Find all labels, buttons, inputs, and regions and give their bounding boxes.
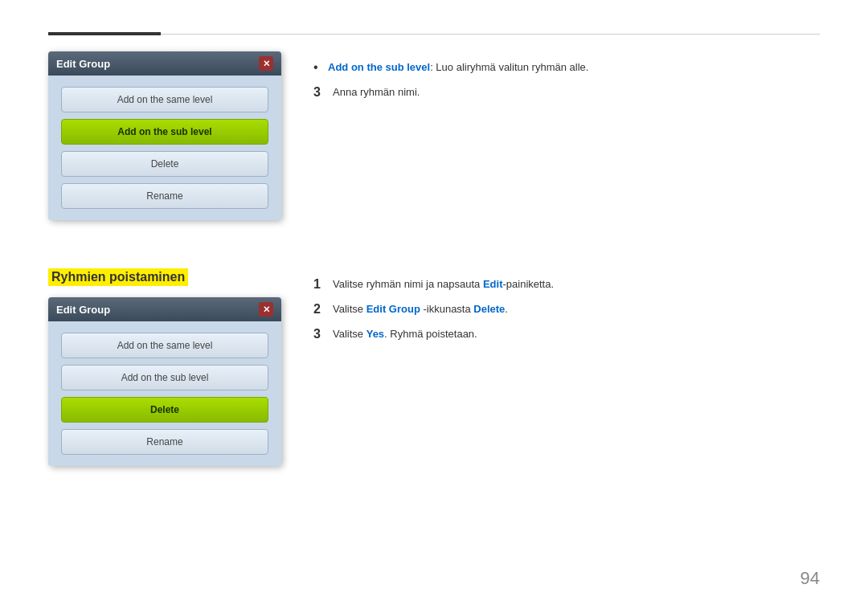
section1-right: • Add on the sub level: Luo aliryhmä val…	[313, 51, 820, 220]
instruction-step-3a: 3 Anna ryhmän nimi.	[313, 84, 820, 101]
dialog-title-2: Edit Group	[56, 304, 110, 316]
instruction-step-1: 1 Valitse ryhmän nimi ja napsauta Edit-p…	[313, 276, 820, 293]
instruction-list-2: 1 Valitse ryhmän nimi ja napsauta Edit-p…	[313, 276, 820, 342]
btn-rename-1[interactable]: Rename	[61, 183, 268, 209]
dialog-close-1[interactable]: ✕	[259, 56, 273, 71]
section-heading-2: Ryhmien poistaminen	[48, 268, 188, 286]
dialog-box-1: Edit Group ✕ Add on the same level Add o…	[48, 51, 281, 220]
step-text-1: Valitse ryhmän nimi ja napsauta Edit-pai…	[333, 276, 554, 292]
section-1: Edit Group ✕ Add on the same level Add o…	[48, 51, 820, 220]
section1-left: Edit Group ✕ Add on the same level Add o…	[48, 51, 281, 220]
dialog-titlebar-2: Edit Group ✕	[48, 297, 281, 321]
link-delete: Delete	[473, 303, 505, 315]
link-edit-group: Edit Group	[366, 303, 420, 315]
step-num-1: 1	[313, 276, 333, 293]
dialog-titlebar-1: Edit Group ✕	[48, 51, 281, 76]
dialog-title-1: Edit Group	[56, 58, 110, 70]
rule-thick	[48, 32, 161, 35]
btn-delete-1[interactable]: Delete	[61, 151, 268, 177]
instruction-list-1: • Add on the sub level: Luo aliryhmä val…	[313, 59, 820, 101]
instruction-bullet-1: • Add on the sub level: Luo aliryhmä val…	[313, 59, 820, 76]
link-edit-1: Edit	[483, 278, 503, 290]
bullet-dot-1: •	[313, 59, 328, 76]
link-yes: Yes	[366, 328, 384, 340]
step-num-3a: 3	[313, 84, 333, 101]
section2-left: Ryhmien poistaminen Edit Group ✕ Add on …	[48, 268, 281, 466]
top-rule	[48, 32, 820, 35]
dialog-box-2: Edit Group ✕ Add on the same level Add o…	[48, 297, 281, 466]
step-text-2: Valitse Edit Group -ikkunasta Delete.	[333, 301, 508, 317]
dialog-body-1: Add on the same level Add on the sub lev…	[48, 76, 281, 220]
rule-thin	[161, 34, 820, 35]
section-2: Ryhmien poistaminen Edit Group ✕ Add on …	[48, 268, 820, 466]
page-number: 94	[800, 568, 820, 589]
instruction-step-3b: 3 Valitse Yes. Ryhmä poistetaan.	[313, 326, 820, 343]
btn-add-sub-level-1[interactable]: Add on the sub level	[61, 119, 268, 145]
btn-delete-2[interactable]: Delete	[61, 397, 268, 423]
btn-add-same-level-2[interactable]: Add on the same level	[61, 333, 268, 358]
section2-right: 1 Valitse ryhmän nimi ja napsauta Edit-p…	[313, 268, 820, 466]
step-num-3b: 3	[313, 326, 333, 343]
bullet-text-1: Add on the sub level: Luo aliryhmä valit…	[328, 59, 588, 76]
link-add-sub: Add on the sub level	[328, 61, 430, 73]
btn-add-sub-level-2[interactable]: Add on the sub level	[61, 365, 268, 390]
instruction-step-2: 2 Valitse Edit Group -ikkunasta Delete.	[313, 301, 820, 318]
step-text-3b: Valitse Yes. Ryhmä poistetaan.	[333, 326, 477, 342]
dialog-close-2[interactable]: ✕	[259, 302, 273, 317]
btn-add-same-level-1[interactable]: Add on the same level	[61, 87, 268, 112]
dialog-body-2: Add on the same level Add on the sub lev…	[48, 321, 281, 466]
btn-rename-2[interactable]: Rename	[61, 429, 268, 455]
step-text-3a: Anna ryhmän nimi.	[333, 84, 420, 100]
step-num-2: 2	[313, 301, 333, 318]
